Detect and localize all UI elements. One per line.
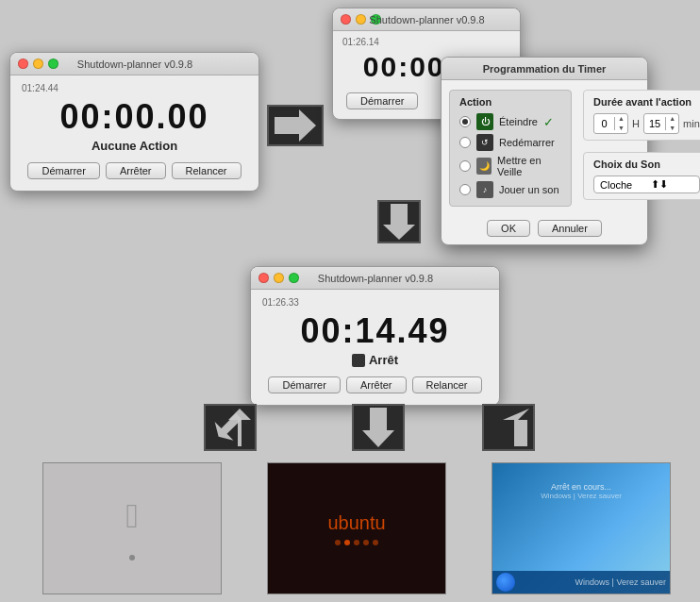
arrow-right-svg xyxy=(275,109,316,142)
window-title-1: Shutdown-planner v0.9.8 xyxy=(19,59,251,70)
veille-icon: 🌙 xyxy=(476,158,492,175)
radio-eteindre[interactable] xyxy=(459,116,471,127)
arrow-box-diag-right xyxy=(482,404,535,451)
action-label-1: Aucune Action xyxy=(22,139,247,153)
dialog-titlebar: Programmation du Timer xyxy=(442,58,647,80)
win-content: Arrêt en cours... Windows | Verez sauver xyxy=(492,482,670,500)
hours-down[interactable]: ▼ xyxy=(615,124,627,133)
sound-selector[interactable]: Cloche ⬆⬇ xyxy=(593,176,700,193)
macos-screen:  xyxy=(42,462,222,594)
arrow-down-2 xyxy=(375,198,423,245)
time-display-3: 00:14.49 xyxy=(262,311,488,351)
window-body-1: 01:24.44 00:00.00 Aucune Action Démarrer… xyxy=(10,75,258,191)
win-subtitle: Windows | Verez sauver xyxy=(492,492,670,500)
ubuntu-dot-2 xyxy=(344,540,350,545)
radio-son[interactable] xyxy=(459,184,471,195)
sound-dropdown-arrow: ⬆⬇ xyxy=(651,178,668,191)
redemarrer-label: Redémarrer xyxy=(499,137,555,148)
sound-panel: Choix du Son Cloche ⬆⬇ xyxy=(583,152,700,200)
window-title-3: Shutdown-planner v0.9.8 xyxy=(259,273,492,284)
right-panels: Durée avant l'action 0 ▲ ▼ H 15 ▲ xyxy=(579,86,700,210)
ok-button[interactable]: OK xyxy=(487,220,530,237)
minutes-down[interactable]: ▼ xyxy=(666,124,678,133)
veille-label: Mettre en Veille xyxy=(497,155,561,177)
arrow-down-svg xyxy=(383,204,415,240)
action-label-3: Arrêt xyxy=(262,353,488,367)
dialog-button-row: OK Annuler xyxy=(442,214,647,244)
minutes-arrows: ▲ ▼ xyxy=(666,114,678,133)
radio-redemarrer[interactable] xyxy=(459,137,471,148)
svg-marker-1 xyxy=(383,204,415,240)
arrêt-icon xyxy=(352,354,365,367)
ubuntu-label: ubuntu xyxy=(327,512,385,534)
hours-value: 0 xyxy=(594,117,615,130)
button-row-1: Démarrer Arrêter Relancer xyxy=(22,162,247,179)
hours-spinner[interactable]: 0 ▲ ▼ xyxy=(593,113,628,134)
action-item-son: ♪ Jouer un son xyxy=(459,179,561,200)
svg-marker-4 xyxy=(362,408,394,447)
restart-button-3[interactable]: Relancer xyxy=(412,376,482,393)
window-title-2: Shutdown-planner v0.9.8 xyxy=(342,14,512,25)
start-button-3[interactable]: Démarrer xyxy=(268,376,340,393)
dialog-title: Programmation du Timer xyxy=(449,63,640,75)
arrow-diagonal-left xyxy=(202,401,258,453)
arrow-diagonal-right xyxy=(480,401,537,453)
sound-value: Cloche xyxy=(600,179,632,191)
son-icon: ♪ xyxy=(476,181,493,198)
stop-button-3[interactable]: Arrêter xyxy=(346,376,407,393)
stop-button-1[interactable]: Arrêter xyxy=(106,162,166,179)
check-eteindre: ✓ xyxy=(543,115,554,129)
start-button-2[interactable]: Démarrer xyxy=(346,92,418,109)
svg-marker-0 xyxy=(275,109,316,142)
ubuntu-dots xyxy=(335,540,378,545)
apple-logo:  xyxy=(125,496,138,536)
duration-header: Durée avant l'action xyxy=(593,96,700,108)
windows-taskbar: Windows | Verez sauver xyxy=(492,571,670,594)
arrow-box-diag-left xyxy=(204,404,257,451)
svg-marker-6 xyxy=(503,409,529,446)
minutes-label: min xyxy=(683,118,700,129)
arrow-box-down-4 xyxy=(352,404,405,451)
eteindre-icon: ⏻ xyxy=(476,113,493,130)
hours-arrows: ▲ ▼ xyxy=(615,114,627,133)
cancel-button[interactable]: Annuler xyxy=(538,220,602,237)
hours-up[interactable]: ▲ xyxy=(615,114,627,124)
window-body-3: 01:26.33 00:14.49 Arrêt Démarrer Arrêter… xyxy=(251,290,499,405)
shutdown-window-1: Shutdown-planner v0.9.8 01:24.44 00:00.0… xyxy=(9,52,259,192)
restart-button-1[interactable]: Relancer xyxy=(172,162,242,179)
ubuntu-dot-1 xyxy=(335,540,341,545)
arrow-box-down xyxy=(377,200,421,243)
timestamp-3: 01:26.33 xyxy=(262,297,488,308)
time-display-1: 00:00.00 xyxy=(22,97,247,137)
ubuntu-dot-5 xyxy=(373,540,378,545)
ubuntu-dot-4 xyxy=(363,540,369,545)
arrow-right-1 xyxy=(262,102,328,149)
shutdown-window-3: Shutdown-planner v0.9.8 01:26.33 00:14.4… xyxy=(250,266,500,406)
windows-taskbar-text: Windows | Verez sauver xyxy=(575,577,666,587)
minutes-up[interactable]: ▲ xyxy=(666,114,678,124)
action-item-redemarrer: ↺ Redémarrer xyxy=(459,132,561,153)
duration-row: 0 ▲ ▼ H 15 ▲ ▼ min xyxy=(593,113,700,134)
action-header: Action xyxy=(459,96,561,108)
arrow-diag-right-svg xyxy=(488,409,529,446)
win-shutdown-text: Arrêt en cours... xyxy=(492,482,670,492)
titlebar-3: Shutdown-planner v0.9.8 xyxy=(251,267,499,290)
arrêt-text: Arrêt xyxy=(369,353,398,367)
sound-header: Choix du Son xyxy=(593,159,700,170)
ubuntu-screen: ubuntu xyxy=(267,462,446,594)
timestamp-1: 01:24.44 xyxy=(22,83,247,93)
titlebar-2: Shutdown-planner v0.9.8 xyxy=(333,8,520,31)
redemarrer-icon: ↺ xyxy=(476,134,493,151)
hours-label: H xyxy=(632,118,640,129)
arrow-diag-left-svg xyxy=(209,409,251,446)
minutes-spinner[interactable]: 15 ▲ ▼ xyxy=(643,113,679,134)
action-panel: Action ⏻ Éteindre ✓ ↺ Redémarrer 🌙 Mettr… xyxy=(449,90,572,207)
windows-start-orb[interactable] xyxy=(496,573,515,592)
start-button-1[interactable]: Démarrer xyxy=(27,162,99,179)
eteindre-label: Éteindre xyxy=(499,116,538,127)
radio-veille[interactable] xyxy=(459,160,471,172)
windows-screen: Arrêt en cours... Windows | Verez sauver… xyxy=(492,462,671,594)
loading-dot xyxy=(129,555,135,560)
son-label: Jouer un son xyxy=(499,184,559,195)
arrow-box-right xyxy=(267,105,324,146)
